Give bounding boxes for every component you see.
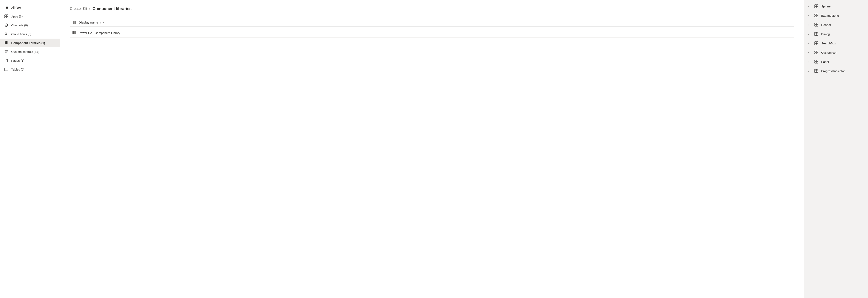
sidebar-item-tables-label: Tables (0) [11, 68, 56, 71]
svg-point-10 [5, 24, 8, 27]
svg-rect-37 [74, 31, 75, 34]
panel-item-customicon[interactable]: › CustomIcon [804, 48, 868, 57]
component-icon-customicon [814, 50, 818, 55]
svg-rect-46 [814, 16, 816, 17]
svg-rect-63 [816, 53, 818, 54]
table-row[interactable]: Power CAT Component Library [70, 28, 794, 37]
right-panel: › Spinner › Ex [804, 0, 868, 298]
component-icon-searchbox [814, 41, 818, 46]
svg-rect-67 [816, 62, 818, 63]
panel-item-searchbox[interactable]: › SearchBox [804, 38, 868, 48]
svg-rect-9 [6, 17, 8, 18]
library-row-name: Power CAT Component Library [79, 31, 794, 35]
svg-rect-62 [814, 53, 816, 54]
svg-rect-50 [814, 25, 816, 26]
sidebar-item-pages[interactable]: Pages (1) [0, 56, 60, 65]
panel-item-dialog-label: Dialog [821, 32, 864, 36]
breadcrumb-parent[interactable]: Creator Kit [70, 7, 87, 11]
sidebar-item-apps-label: Apps (3) [11, 15, 56, 18]
svg-rect-66 [814, 62, 816, 63]
svg-rect-48 [814, 23, 816, 25]
svg-rect-47 [816, 16, 818, 17]
svg-rect-36 [73, 31, 74, 34]
chevron-right-icon-6: › [808, 51, 811, 54]
chevron-right-icon-2: › [808, 14, 811, 17]
sidebar-item-apps[interactable]: Apps (3) [0, 12, 60, 21]
svg-rect-17 [6, 41, 7, 44]
list-icon [4, 5, 8, 10]
svg-rect-31 [73, 21, 74, 24]
svg-point-11 [6, 25, 6, 25]
svg-rect-58 [814, 43, 816, 45]
svg-rect-21 [5, 51, 6, 51]
svg-rect-0 [5, 6, 5, 6]
svg-rect-49 [816, 23, 818, 25]
svg-rect-16 [5, 41, 6, 44]
breadcrumb: Creator Kit › Component libraries [70, 6, 794, 11]
sidebar-item-all[interactable]: All (19) [0, 3, 60, 12]
panel-item-header[interactable]: › Header [804, 20, 868, 29]
svg-rect-68 [814, 69, 816, 71]
svg-rect-6 [5, 15, 6, 16]
breadcrumb-current: Component libraries [93, 6, 131, 11]
cloud-flows-icon [4, 32, 8, 36]
sort-up-arrow[interactable]: ↑ [100, 21, 101, 24]
chevron-right-icon-8: › [808, 69, 811, 72]
component-icon-expandmenu [814, 13, 818, 18]
panel-item-dialog[interactable]: › Dialog [804, 29, 868, 38]
svg-rect-3 [6, 7, 8, 8]
component-icon-dialog [814, 32, 818, 36]
main-content: Creator Kit › Component libraries Displa… [60, 0, 804, 298]
svg-rect-60 [814, 51, 816, 52]
svg-rect-5 [6, 8, 8, 9]
table-icon-col [70, 20, 79, 24]
sidebar-item-chatbots[interactable]: Chatbots (0) [0, 21, 60, 29]
sidebar-item-custom-controls[interactable]: Abc Custom controls (14) [0, 48, 60, 56]
component-icon-spinner [814, 4, 818, 8]
panel-item-spinner-label: Spinner [821, 5, 864, 8]
sidebar-item-cloud-flows[interactable]: Cloud flows (0) [0, 30, 60, 38]
svg-point-12 [7, 25, 7, 25]
sidebar-item-custom-controls-label: Custom controls (14) [11, 50, 56, 54]
panel-item-expandmenu[interactable]: › ExpandMenu [804, 11, 868, 20]
sidebar-item-component-libraries-label: Component libraries (1) [11, 41, 56, 44]
svg-rect-59 [816, 43, 818, 45]
svg-rect-15 [5, 41, 5, 44]
sidebar-item-component-libraries[interactable]: Component libraries (1) [0, 38, 60, 47]
panel-item-panel[interactable]: › Panel [804, 57, 868, 66]
svg-rect-2 [5, 7, 5, 8]
svg-rect-35 [72, 31, 73, 34]
chevron-right-icon-7: › [808, 60, 811, 63]
svg-rect-33 [75, 21, 75, 24]
chevron-right-icon: › [808, 5, 811, 8]
svg-rect-54 [814, 34, 816, 36]
svg-rect-65 [816, 60, 818, 61]
svg-rect-70 [814, 71, 816, 72]
component-libraries-icon [4, 40, 8, 45]
svg-rect-40 [814, 5, 816, 6]
svg-text:Abc: Abc [5, 52, 7, 54]
left-sidebar: All (19) Apps (3) [0, 0, 60, 298]
pages-icon [4, 58, 8, 63]
panel-item-spinner[interactable]: › Spinner [804, 2, 868, 11]
panel-item-expandmenu-label: ExpandMenu [821, 14, 864, 17]
svg-rect-42 [814, 6, 816, 8]
sidebar-item-chatbots-label: Chatbots (0) [11, 24, 56, 27]
sidebar-item-tables[interactable]: Tables (0) [0, 65, 60, 73]
svg-rect-45 [816, 14, 818, 15]
sidebar-item-pages-label: Pages (1) [11, 59, 56, 62]
sort-down-arrow[interactable]: ∨ [102, 21, 104, 24]
svg-rect-57 [816, 41, 818, 43]
chatbot-icon [4, 23, 8, 27]
chevron-right-icon-3: › [808, 23, 811, 26]
panel-item-progressindicator[interactable]: › ProgressIndicator [804, 66, 868, 76]
svg-rect-52 [814, 32, 816, 34]
chevron-right-icon-4: › [808, 33, 811, 36]
component-icon-progressindicator [814, 69, 818, 73]
svg-rect-1 [6, 6, 8, 6]
column-header-label: Display name [79, 21, 98, 24]
table-column-header[interactable]: Display name ↑ ∨ [79, 21, 794, 24]
apps-icon [4, 14, 8, 19]
svg-rect-4 [5, 8, 5, 9]
panel-item-customicon-label: CustomIcon [821, 51, 864, 54]
